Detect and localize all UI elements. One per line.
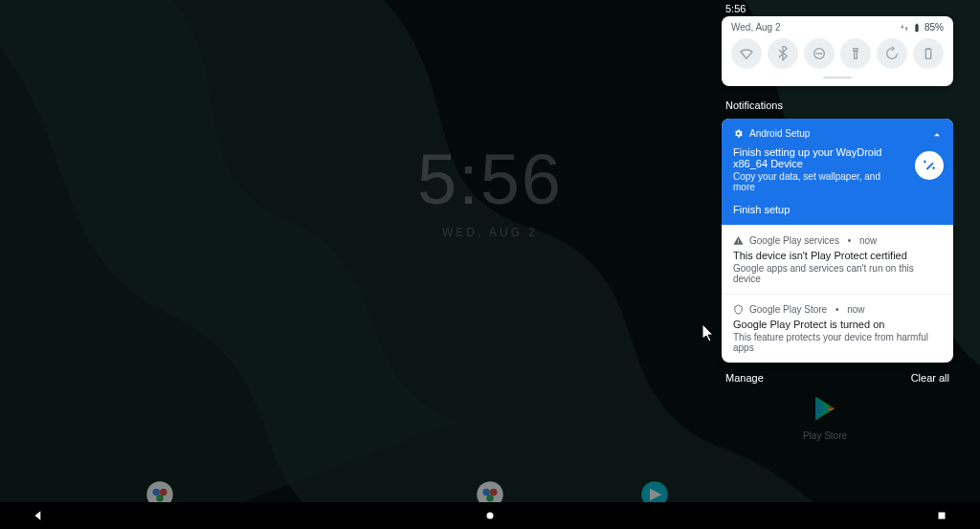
svg-point-3	[160, 489, 167, 496]
svg-rect-16	[925, 49, 930, 58]
bluetooth-icon	[775, 46, 791, 61]
notif-app-name: Google Play Store	[749, 304, 827, 315]
svg-point-4	[156, 495, 164, 502]
notification-shade: 5:56 Wed, Aug 2 85% Notifications Androi…	[722, 0, 953, 384]
notification-list: Android Setup Finish setting up your Way…	[722, 119, 953, 363]
notif-title: Finish setting up your WayDroid x86_64 D…	[733, 146, 942, 169]
notif-large-icon	[915, 151, 944, 180]
qs-date: Wed, Aug 2	[731, 22, 781, 33]
svg-rect-15	[855, 51, 858, 58]
flashlight-icon	[848, 46, 863, 61]
battery-icon	[912, 23, 922, 33]
notif-title: Google Play Protect is turned on	[733, 319, 942, 330]
shield-icon	[733, 304, 744, 315]
navigation-bar	[0, 502, 980, 529]
data-icon	[900, 23, 909, 33]
svg-point-7	[490, 489, 498, 496]
battery-saver-icon	[921, 46, 936, 61]
svg-point-6	[483, 489, 491, 496]
qs-tile-bluetooth[interactable]	[768, 38, 798, 69]
qs-expand-handle[interactable]	[823, 77, 852, 78]
mouse-cursor	[702, 324, 716, 343]
app-label-play-store: Play Store	[791, 430, 859, 441]
notif-app-name: Android Setup	[749, 128, 810, 139]
battery-percent: 85%	[924, 22, 944, 33]
qs-status-icons: 85%	[900, 22, 944, 33]
notif-title: This device isn't Play Protect certified	[733, 250, 942, 261]
gear-icon	[733, 128, 744, 139]
recents-button[interactable]	[932, 506, 951, 525]
svg-rect-11	[939, 513, 946, 519]
svg-point-2	[153, 489, 161, 496]
notif-action-finish-setup[interactable]: Finish setup	[733, 204, 942, 215]
home-button[interactable]	[480, 506, 500, 525]
notif-time: now	[859, 235, 877, 246]
notification-play-services[interactable]: Google Play services • now This device i…	[722, 225, 953, 294]
wifi-icon	[739, 46, 754, 61]
warning-icon	[733, 235, 744, 246]
notifications-section-label: Notifications	[722, 86, 953, 119]
qs-tile-wifi[interactable]	[731, 38, 762, 69]
clear-all-button[interactable]: Clear all	[911, 372, 949, 384]
quick-settings-panel[interactable]: Wed, Aug 2 85%	[722, 16, 953, 86]
notif-body: Copy your data, set wallpaper, and more	[733, 171, 942, 192]
notif-body: Google apps and services can't run on th…	[733, 263, 942, 284]
app-icon-play-store[interactable]	[804, 387, 846, 430]
notif-body: This feature protects your device from h…	[733, 332, 942, 353]
qs-tile-rotate[interactable]	[877, 38, 907, 69]
qs-tile-flashlight[interactable]	[840, 38, 871, 69]
rotate-icon	[884, 46, 900, 61]
manage-button[interactable]: Manage	[725, 372, 764, 384]
dnd-icon	[812, 46, 827, 61]
notification-play-store[interactable]: Google Play Store • now Google Play Prot…	[722, 294, 953, 363]
qs-tile-dnd[interactable]	[804, 38, 835, 69]
chevron-up-icon	[930, 128, 944, 142]
statusbar-time: 5:56	[722, 0, 953, 16]
back-button[interactable]	[29, 506, 48, 525]
wand-icon	[922, 158, 937, 173]
notif-time: now	[847, 304, 864, 315]
svg-point-8	[486, 495, 494, 502]
notification-android-setup[interactable]: Android Setup Finish setting up your Way…	[722, 119, 953, 225]
svg-point-10	[487, 513, 494, 519]
qs-tile-battery-saver[interactable]	[913, 38, 944, 69]
collapse-toggle[interactable]	[930, 128, 944, 145]
notif-app-name: Google Play services	[749, 235, 839, 246]
